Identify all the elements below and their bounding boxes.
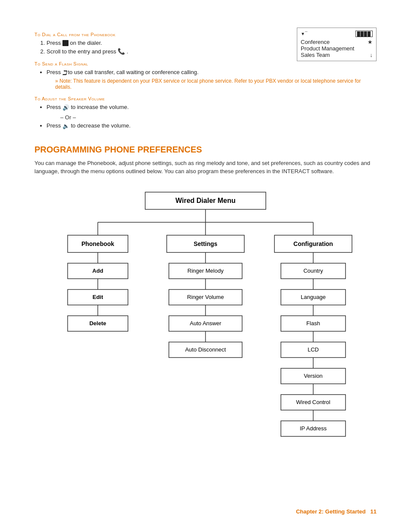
menu-diagram: Wired Dialer Menu Phonebook Settings Con… bbox=[55, 188, 356, 482]
battery-icon: ████ bbox=[355, 31, 373, 37]
description: You can manage the Phonebook, adjust pho… bbox=[34, 159, 377, 176]
auto-answer-label: Auto Answer bbox=[190, 320, 222, 327]
section3-bullets2: Press 🔈 to decrease the volume. bbox=[47, 122, 377, 129]
version-label: Version bbox=[304, 373, 322, 379]
dialer-icon bbox=[62, 40, 68, 46]
auto-disconnect-label: Auto Disconnect bbox=[185, 346, 226, 353]
display-line3: Sales Team ↓ bbox=[301, 52, 373, 58]
root-node-label: Wired Dialer Menu bbox=[175, 197, 235, 204]
add-node-label: Add bbox=[92, 268, 103, 274]
vol-up-icon: 🔊 bbox=[62, 104, 69, 111]
section2-heading: To Send a Flash Signal bbox=[34, 61, 377, 66]
call-icon: 📞 bbox=[118, 48, 125, 55]
display-line1: Conference ★ bbox=[301, 39, 373, 45]
note-item: Note: This feature is dependent on your … bbox=[55, 78, 377, 90]
ip-address-label: IP Address bbox=[300, 425, 327, 432]
lcd-label: LCD bbox=[308, 346, 319, 353]
ringer-melody-label: Ringer Melody bbox=[187, 268, 224, 274]
phonebook-node-label: Phonebook bbox=[81, 240, 114, 247]
phone-display: ▼¯ ████ Conference ★ Product Management … bbox=[297, 28, 377, 61]
page-number: 11 bbox=[371, 508, 377, 515]
flash-bullet: Press ℶ to use call transfer, call waiti… bbox=[47, 69, 377, 90]
wired-control-label: Wired Control bbox=[296, 399, 330, 405]
footer: Chapter 2: Getting Started 11 bbox=[296, 508, 377, 515]
vol-up-bullet: Press 🔊 to increase the volume. bbox=[47, 104, 377, 111]
display-line2: Product Management bbox=[301, 45, 373, 52]
settings-node-label: Settings bbox=[193, 240, 217, 247]
chapter-label: Chapter 2: Getting Started bbox=[296, 508, 366, 515]
delete-node-label: Delete bbox=[89, 320, 106, 327]
country-label: Country bbox=[303, 268, 323, 274]
ringer-volume-label: Ringer Volume bbox=[187, 294, 224, 300]
section2-bullets: Press ℶ to use call transfer, call waiti… bbox=[47, 69, 377, 90]
signal-icon: ▼¯ bbox=[301, 31, 307, 36]
edit-node-label: Edit bbox=[93, 294, 103, 300]
flash-icon: ℶ bbox=[62, 69, 66, 76]
config-node-label: Configuration bbox=[293, 240, 333, 247]
vol-down-bullet: Press 🔈 to decrease the volume. bbox=[47, 122, 377, 129]
vol-down-icon: 🔈 bbox=[62, 123, 69, 129]
language-label: Language bbox=[301, 294, 326, 300]
flash-label: Flash bbox=[306, 320, 320, 327]
section3-bullets: Press 🔊 to increase the volume. bbox=[47, 104, 377, 111]
or-separator: – Or – bbox=[60, 114, 377, 121]
section3-heading: To Adjust the Speaker Volume bbox=[34, 96, 377, 101]
main-heading: Programming Phone Preferences bbox=[34, 145, 377, 155]
